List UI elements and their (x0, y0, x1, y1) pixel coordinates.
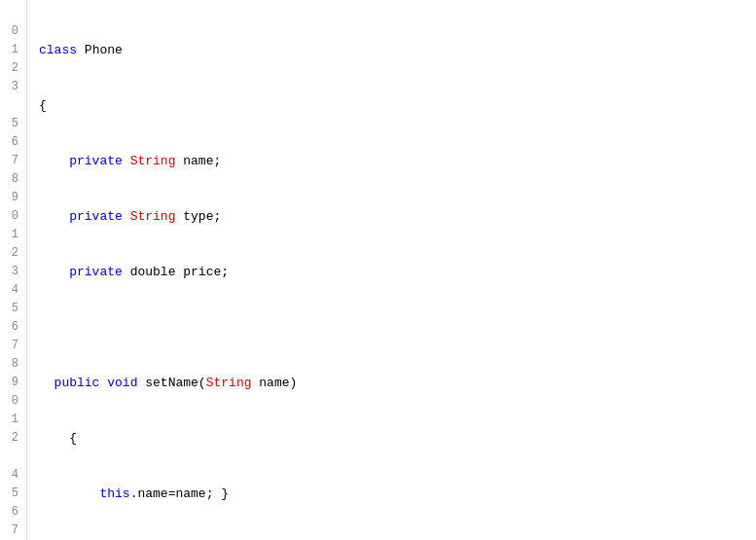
code-line: public void setName(String name) (39, 374, 756, 392)
code-line: { (39, 96, 756, 115)
line-numbers: 0 1 2 3 5 6 7 8 9 0 1 2 3 4 5 6 7 8 9 0 … (0, 0, 27, 540)
code-line: private String name; (39, 152, 756, 170)
code-line: { (39, 429, 756, 448)
code-line: private double price; (39, 263, 756, 281)
code-line: class Phone (39, 41, 756, 59)
code-line: this.name=name; } (39, 485, 756, 503)
code-content[interactable]: class Phone { private String name; priva… (27, 0, 756, 540)
code-line: private String type; (39, 207, 756, 226)
code-line (39, 318, 756, 337)
code-editor: 0 1 2 3 5 6 7 8 9 0 1 2 3 4 5 6 7 8 9 0 … (0, 0, 756, 540)
